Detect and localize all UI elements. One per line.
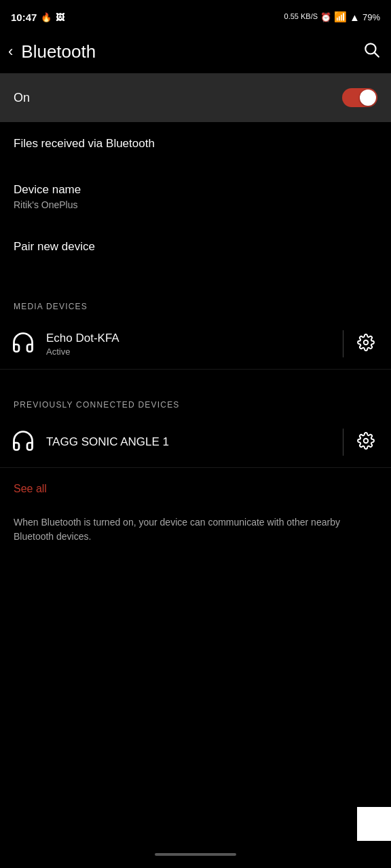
- tagg-info: TAGG SONIC ANGLE 1: [46, 435, 335, 449]
- echo-dot-status: Active: [46, 347, 335, 357]
- status-time: 10:47 🔥 🖼: [11, 12, 64, 23]
- gear-icon-2: [357, 432, 375, 450]
- echo-dot-row[interactable]: Echo Dot-KFA Active: [0, 319, 391, 370]
- previously-connected-label: PREVIOUSLY CONNECTED DEVICES: [14, 400, 180, 410]
- top-bar: ‹ Bluetooth: [0, 33, 391, 73]
- bluetooth-toggle[interactable]: [342, 88, 377, 107]
- status-right: 0.55 KB/S ⏰ 📶 ▲ 79%: [284, 11, 380, 23]
- info-text: When Bluetooth is turned on, your device…: [0, 502, 391, 564]
- svg-point-2: [364, 340, 369, 345]
- toggle-thumb: [360, 90, 376, 106]
- search-button[interactable]: [362, 41, 380, 62]
- bluetooth-toggle-row[interactable]: On: [0, 73, 391, 122]
- pair-new-device-title: Pair new device: [14, 240, 377, 254]
- previously-connected-header: PREVIOUSLY CONNECTED DEVICES: [0, 390, 391, 417]
- divider-1: [0, 271, 391, 292]
- divider-2: [0, 370, 391, 390]
- files-received-title: Files received via Bluetooth: [14, 137, 377, 151]
- tagg-row[interactable]: TAGG SONIC ANGLE 1: [0, 417, 391, 468]
- image-icon: 🖼: [56, 12, 64, 22]
- device-separator-2: [343, 429, 343, 456]
- signal-icon: ▲: [350, 12, 360, 23]
- toggle-label: On: [14, 91, 30, 105]
- device-name-title: Device name: [14, 183, 377, 197]
- device-separator-1: [343, 330, 343, 357]
- echo-dot-name: Echo Dot-KFA: [46, 332, 335, 345]
- see-all-button[interactable]: See all: [0, 468, 391, 502]
- battery: 79%: [362, 12, 380, 22]
- device-name-subtitle: Ritik's OnePlus: [14, 199, 377, 210]
- bottom-bar: [0, 841, 391, 868]
- home-indicator: [155, 853, 236, 856]
- svg-line-1: [375, 53, 379, 57]
- device-name-item[interactable]: Device name Ritik's OnePlus: [0, 168, 391, 225]
- echo-dot-settings-button[interactable]: [352, 328, 380, 359]
- back-button[interactable]: ‹: [8, 43, 13, 60]
- headphone-icon-1: [11, 330, 35, 357]
- svg-point-3: [364, 439, 369, 443]
- see-all-label: See all: [14, 483, 47, 494]
- network-speed: 0.55 KB/S: [284, 12, 318, 21]
- menu-section: Files received via Bluetooth Device name…: [0, 122, 391, 271]
- tagg-settings-button[interactable]: [352, 427, 380, 458]
- files-received-item[interactable]: Files received via Bluetooth: [0, 122, 391, 168]
- media-devices-section: MEDIA DEVICES Echo Dot-KFA Active: [0, 292, 391, 370]
- gear-icon-1: [357, 334, 375, 351]
- headphone-icon-2: [11, 429, 35, 456]
- echo-dot-info: Echo Dot-KFA Active: [46, 332, 335, 357]
- tagg-name: TAGG SONIC ANGLE 1: [46, 435, 335, 449]
- previously-connected-section: PREVIOUSLY CONNECTED DEVICES TAGG SONIC …: [0, 390, 391, 468]
- alarm-icon: ⏰: [320, 12, 331, 22]
- status-bar: 10:47 🔥 🖼 0.55 KB/S ⏰ 📶 ▲ 79%: [0, 0, 391, 33]
- droplet-icon: 🔥: [41, 12, 52, 22]
- wifi-icon: 📶: [334, 11, 347, 23]
- page-title: Bluetooth: [21, 41, 96, 62]
- search-icon: [362, 41, 380, 58]
- pair-new-device-item[interactable]: Pair new device: [0, 225, 391, 271]
- media-devices-header: MEDIA DEVICES: [0, 292, 391, 319]
- media-devices-label: MEDIA DEVICES: [14, 302, 88, 311]
- corner-element: [357, 807, 391, 841]
